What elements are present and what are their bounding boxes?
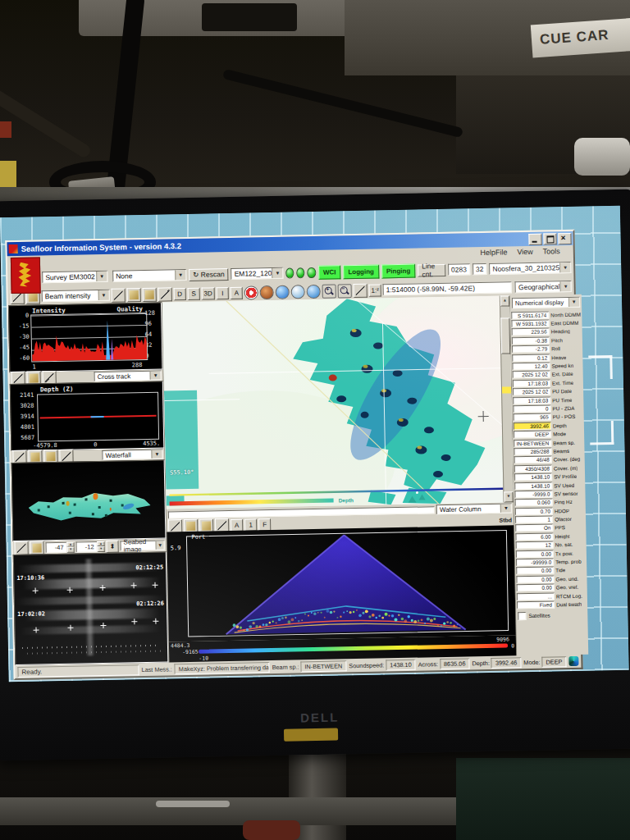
spin-down-icon: ▼ <box>98 546 105 552</box>
globe-icon[interactable] <box>307 284 321 298</box>
rescan-button[interactable]: ↻ Rescan <box>189 267 229 281</box>
globe-icon[interactable] <box>291 285 305 299</box>
gain-spinner[interactable]: -47▲▼ <box>46 541 75 553</box>
cross-track-combo[interactable]: Cross track▼ <box>94 371 162 382</box>
sphere-icon[interactable] <box>276 285 290 299</box>
waterfall-combo[interactable]: Waterfall▼ <box>102 450 162 460</box>
numerical-value: 0.00 <box>517 584 555 592</box>
menu-help[interactable]: Help <box>480 249 495 257</box>
map-tool-icon[interactable] <box>158 287 171 301</box>
focus-bracket-icon <box>588 355 613 380</box>
sis-window: Seafloor Information System - version 4.… <box>5 230 582 680</box>
status-led-icon <box>308 267 316 277</box>
numerical-value: Fixed <box>517 600 555 609</box>
beam-intensity-plot <box>30 313 148 363</box>
zoom-out-icon[interactable]: − <box>338 284 352 298</box>
none-combo[interactable]: None▼ <box>112 269 186 282</box>
scroll-down-icon[interactable]: ▼ <box>504 491 513 502</box>
survey-line-combo[interactable]: Noosfera_30_210325▼ <box>489 262 571 275</box>
numerical-value: ... <box>517 592 555 600</box>
waterfall-highlight <box>93 493 98 500</box>
map-tool-icon[interactable] <box>142 287 156 301</box>
map-mode-button[interactable]: 3D <box>201 287 215 299</box>
wci-button[interactable]: WCI <box>318 265 341 280</box>
water-column-combo[interactable]: Water Column▼ <box>436 503 512 514</box>
numerical-label: Beams <box>551 448 569 454</box>
wc-left-axis-value: 5.9 <box>171 545 181 551</box>
last-message-label: Last Mess.: <box>141 665 171 673</box>
map-mode-button[interactable]: D <box>173 287 185 299</box>
numerical-value: 17:18:03 <box>513 379 550 387</box>
bezel-sticker <box>284 728 338 742</box>
chevron-down-icon: ▼ <box>560 281 571 291</box>
numerical-value: -0.38 <box>512 336 550 345</box>
map-mode-button[interactable]: I <box>217 286 229 299</box>
cable <box>222 69 463 138</box>
menu-item[interactable]: File <box>495 248 508 256</box>
yellow-tape <box>0 161 16 189</box>
wc-axis-neg: -9165 <box>182 649 199 655</box>
view-mode-combo[interactable]: Geographical▼ <box>515 281 572 293</box>
status-field: Beam sp.: IN-BETWEEN <box>272 660 347 673</box>
grid-tool-icon[interactable] <box>354 283 368 297</box>
numerical-label: Heading <box>550 328 571 334</box>
menu-item[interactable]: Tools <box>543 247 560 255</box>
chevron-down-icon: ▼ <box>559 262 570 272</box>
seabed-timestamp: 02:12:26 <box>136 600 164 608</box>
menu-item[interactable]: View <box>517 248 533 256</box>
scale-readout: 1:514000 (-58.99N, -59.42E) <box>383 281 513 295</box>
zoom-in-icon[interactable]: + <box>322 284 336 298</box>
survey-combo[interactable]: Survey EM3002▼ <box>42 271 107 284</box>
numerical-label: SV Profile <box>552 473 577 480</box>
numerical-label: East DDMM <box>549 320 578 326</box>
numerical-value: 4350/4308 <box>514 464 552 472</box>
count-field[interactable]: 32 <box>472 263 487 275</box>
numerical-value: 1438.10 <box>514 482 552 490</box>
wc-mode-button[interactable]: A <box>231 518 243 531</box>
chevron-down-icon: ▼ <box>175 270 185 280</box>
wc-mode-button[interactable]: 1 <box>244 518 257 531</box>
map-mode-button[interactable]: S <box>187 287 199 299</box>
wc-mode-button[interactable]: F <box>258 518 271 531</box>
numerical-label: North DDMM <box>549 311 581 317</box>
expand-vert-icon[interactable]: ⬍ <box>106 540 118 552</box>
tool-icon[interactable] <box>30 541 43 555</box>
line-number-field[interactable]: 0283 <box>448 263 470 276</box>
status-field: Mode: DEEP <box>523 656 566 668</box>
scroll-up-icon[interactable]: ▲ <box>500 295 509 306</box>
numerical-label: PU - POS <box>551 413 576 420</box>
map-mode-button[interactable]: A <box>231 286 243 299</box>
ct-x-max: 4535. <box>143 441 160 447</box>
maximize-button[interactable] <box>543 233 556 244</box>
satellites-checkbox[interactable] <box>518 612 526 620</box>
numerical-value: On <box>515 524 553 532</box>
terrain-icon[interactable] <box>260 285 274 299</box>
range-spinner[interactable]: -12▲▼ <box>76 541 105 552</box>
tool-icon[interactable] <box>14 541 28 555</box>
seabed-combo[interactable]: Seabed image▼ <box>121 541 165 551</box>
pinging-button[interactable]: Pinging <box>381 263 416 278</box>
sonar-status-icon <box>568 656 578 666</box>
numerical-value: -99999.0 <box>516 558 554 566</box>
numerical-row: Fixed Dual swath <box>517 600 587 609</box>
numerical-value: 0.12 <box>512 354 550 362</box>
sounder-combo[interactable]: EM122_120▼ <box>231 267 283 280</box>
numerical-value: IN-BETWEEN <box>514 439 551 447</box>
numerical-value: 12 <box>516 541 554 550</box>
numerical-label: SV sensor <box>552 491 578 497</box>
logging-button[interactable]: Logging <box>343 264 379 279</box>
close-button[interactable]: × <box>558 232 571 244</box>
geographical-map[interactable]: S55.10° Depth ▲ ▼ <box>162 295 514 509</box>
scroll-thumb[interactable] <box>500 317 510 354</box>
beam-y-axis-left: 0-15-30-45-60 <box>11 313 30 362</box>
beam-intensity-combo[interactable]: Beam intensity▼ <box>42 290 110 303</box>
line-count-button[interactable]: Line cnt. <box>418 263 445 276</box>
map-tool-icon[interactable] <box>126 288 140 302</box>
left-panel-column: Intensity Quality 0-15-30-45-60 12896643… <box>8 303 168 666</box>
map-tool-icon[interactable] <box>111 288 125 302</box>
scale-tool-icon[interactable]: 1:² <box>369 284 381 296</box>
minimize-button[interactable] <box>528 233 541 244</box>
asterisk-icon[interactable] <box>244 285 258 299</box>
numerical-label: No. sat. <box>554 541 573 547</box>
numerical-display-combo[interactable]: Numerical display▼ <box>512 296 580 308</box>
